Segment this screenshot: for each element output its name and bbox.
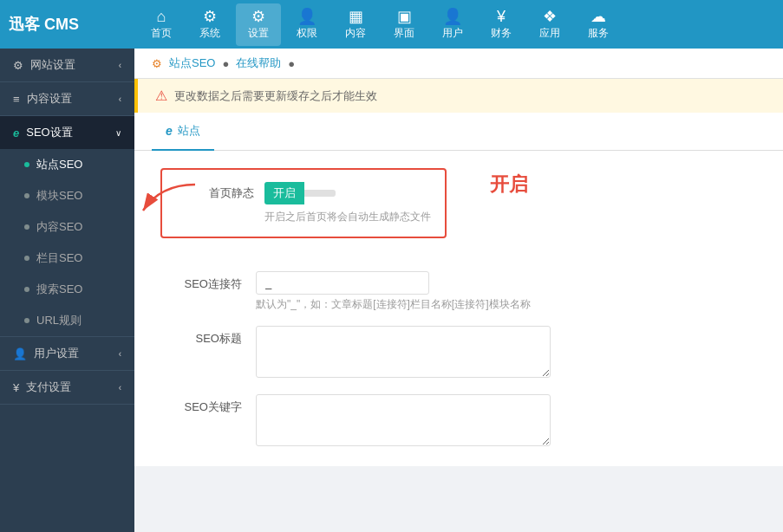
module-seo-dot <box>24 193 29 198</box>
nav-apps-label: 应用 <box>539 26 560 41</box>
sidebar-section-website: ⚙ 网站设置 ‹ <box>0 49 134 82</box>
content-seo-dot <box>24 224 29 230</box>
nav-items: ⌂ 首页 ⚙ 系统 ⚙ 设置 👤 权限 ▦ 内容 ▣ 界面 👤 用户 ¥ 财 <box>139 3 621 46</box>
nav-system[interactable]: ⚙ 系统 <box>187 3 232 46</box>
seo-arrow: ∨ <box>115 128 121 138</box>
form-area: 首页静态 开启 开启之后首页将会自动生成静态文件 开启 <box>134 151 783 466</box>
ui-icon: ▣ <box>397 9 412 24</box>
users-icon: 👤 <box>443 9 462 24</box>
seo-sidebar-icon: e <box>13 127 19 139</box>
alert-text: 更改数据之后需要更新缓存之后才能生效 <box>174 88 377 104</box>
website-icon: ⚙ <box>13 59 23 72</box>
content-arrow: ‹ <box>119 94 121 104</box>
settings-icon: ⚙ <box>251 9 265 24</box>
content-sidebar-icon: ≡ <box>13 93 20 106</box>
users-arrow: ‹ <box>119 349 121 359</box>
website-arrow: ‹ <box>119 61 121 70</box>
breadcrumb-sep2: ● <box>288 57 295 70</box>
nav-ui-label: 界面 <box>394 26 414 41</box>
payment-arrow: ‹ <box>119 383 121 393</box>
nav-ui[interactable]: ▣ 界面 <box>382 3 427 46</box>
seo-connector-input[interactable] <box>256 271 429 295</box>
content-seo-label: 内容SEO <box>36 219 82 235</box>
users-sidebar-label: 用户设置 <box>34 346 79 361</box>
seo-keywords-row: SEO关键字 <box>160 394 757 449</box>
nav-finance-label: 财务 <box>491 26 512 41</box>
nav-content-label: 内容 <box>345 26 366 41</box>
seo-connector-wrap: 默认为"_"，如：文章标题[连接符]栏目名称[连接符]模块名称 <box>256 271 757 312</box>
nav-services[interactable]: ☁ 服务 <box>576 3 621 46</box>
sidebar-sub-item-module-seo[interactable]: 模块SEO <box>0 180 134 211</box>
nav-settings-label: 设置 <box>248 26 269 41</box>
nav-settings[interactable]: ⚙ 设置 <box>236 3 281 46</box>
seo-title-textarea[interactable] <box>256 326 551 378</box>
logo: 迅客 CMS <box>9 14 139 35</box>
users-sidebar-icon: 👤 <box>13 347 27 360</box>
payment-sidebar-icon: ¥ <box>13 381 19 394</box>
alert-banner: ⚠ 更改数据之后需要更新缓存之后才能生效 <box>134 79 783 113</box>
site-seo-label: 站点SEO <box>36 157 82 172</box>
nav-auth[interactable]: 👤 权限 <box>284 3 330 46</box>
url-rules-label: URL规则 <box>36 313 82 328</box>
content-area: ⚠ 更改数据之后需要更新缓存之后才能生效 e 站点 首页静态 <box>134 79 783 532</box>
url-rules-dot <box>24 318 29 323</box>
toggle-on-button[interactable]: 开启 <box>264 182 304 204</box>
main: ⚙ 站点SEO ● 在线帮助 ● ⚠ 更改数据之后需要更新缓存之后才能生效 e … <box>134 49 783 532</box>
breadcrumb-site-seo[interactable]: 站点SEO <box>169 55 215 71</box>
auth-icon: 👤 <box>297 9 316 24</box>
breadcrumb-icon: ⚙ <box>152 57 162 70</box>
seo-keywords-wrap <box>256 394 757 449</box>
column-seo-label: 栏目SEO <box>36 250 82 266</box>
nav-users[interactable]: 👤 用户 <box>430 3 475 46</box>
nav-apps[interactable]: ❖ 应用 <box>527 3 572 46</box>
toggle-off-button[interactable] <box>304 190 336 197</box>
breadcrumb-help[interactable]: 在线帮助 <box>236 55 281 71</box>
nav-system-label: 系统 <box>199 26 220 41</box>
sidebar-section-users: 👤 用户设置 ‹ <box>0 337 134 371</box>
seo-sidebar-label: SEO设置 <box>26 125 72 140</box>
finance-icon: ¥ <box>497 9 506 24</box>
toggle-wrapper: 首页静态 开启 开启之后首页将会自动生成静态文件 <box>160 168 447 238</box>
sidebar-item-content[interactable]: ≡ 内容设置 ‹ <box>0 82 134 115</box>
home-icon: ⌂ <box>157 9 166 24</box>
sidebar-item-users[interactable]: 👤 用户设置 ‹ <box>0 337 134 370</box>
system-icon: ⚙ <box>203 9 217 24</box>
nav-services-label: 服务 <box>588 26 609 41</box>
sidebar-sub-item-search-seo[interactable]: 搜索SEO <box>0 274 134 305</box>
content-sidebar-label: 内容设置 <box>27 91 72 107</box>
apps-icon: ❖ <box>543 9 557 24</box>
layout: ⚙ 网站设置 ‹ ≡ 内容设置 ‹ e SEO设置 <box>0 49 783 532</box>
seo-connector-row: SEO连接符 默认为"_"，如：文章标题[连接符]栏目名称[连接符]模块名称 <box>160 271 757 312</box>
seo-title-row: SEO标题 <box>160 326 757 380</box>
sidebar-sub-item-column-seo[interactable]: 栏目SEO <box>0 243 134 274</box>
tabs-bar: e 站点 <box>134 113 783 151</box>
sidebar-item-website[interactable]: ⚙ 网站设置 ‹ <box>0 49 134 81</box>
seo-keywords-label: SEO关键字 <box>160 394 256 415</box>
module-seo-label: 模块SEO <box>36 188 82 204</box>
search-seo-label: 搜索SEO <box>36 282 82 297</box>
sidebar-sub-item-content-seo[interactable]: 内容SEO <box>0 211 134 243</box>
website-label: 网站设置 <box>30 57 75 73</box>
sidebar-sub-item-url-rules[interactable]: URL规则 <box>0 305 134 336</box>
seo-title-label: SEO标题 <box>160 326 256 347</box>
sidebar-sub-item-site-seo[interactable]: 站点SEO <box>0 149 134 180</box>
sidebar-item-payment[interactable]: ¥ 支付设置 ‹ <box>0 371 134 404</box>
nav-finance[interactable]: ¥ 财务 <box>479 3 524 46</box>
sidebar-section-payment: ¥ 支付设置 ‹ <box>0 371 134 405</box>
seo-keywords-textarea[interactable] <box>256 394 551 446</box>
nav-content[interactable]: ▦ 内容 <box>333 3 378 46</box>
seo-connector-hint: 默认为"_"，如：文章标题[连接符]栏目名称[连接符]模块名称 <box>256 297 757 312</box>
seo-connector-label: SEO连接符 <box>160 271 256 292</box>
breadcrumb: ⚙ 站点SEO ● 在线帮助 ● <box>134 49 783 79</box>
sidebar-item-seo[interactable]: e SEO设置 ∨ <box>0 116 134 149</box>
toggle-label: 首页静态 <box>176 185 254 201</box>
content-icon: ▦ <box>349 9 363 24</box>
nav-home-label: 首页 <box>151 26 172 41</box>
sidebar: ⚙ 网站设置 ‹ ≡ 内容设置 ‹ e SEO设置 <box>0 49 134 532</box>
nav-home[interactable]: ⌂ 首页 <box>139 3 184 46</box>
tab-site[interactable]: e 站点 <box>152 113 214 151</box>
search-seo-dot <box>24 287 29 292</box>
toggle-switch[interactable]: 开启 <box>264 182 336 204</box>
seo-title-wrap <box>256 326 757 380</box>
tab-site-icon: e <box>166 124 173 138</box>
